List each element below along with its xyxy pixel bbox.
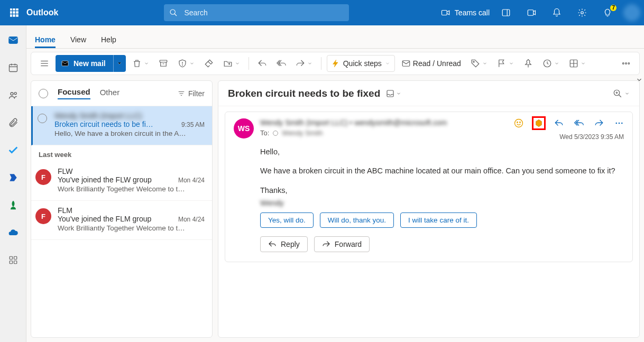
rail-people[interactable] [4,86,23,105]
tab-home[interactable]: Home [35,35,56,48]
item-avatar: F [35,208,51,224]
zoom-button[interactable] [613,89,630,98]
item-subject: You've joined the FLW group [58,175,152,184]
quick-steps-button[interactable]: Quick steps [327,55,395,72]
rail-calendar[interactable] [4,58,23,77]
message-card: WS Wendy Smith (Import LLC) • wendysmith… [225,112,633,262]
forward-icon [296,59,305,68]
reply-all-button[interactable] [273,55,289,72]
ribbon: New mail Quick steps Read / Unread [31,52,640,75]
reading-header: Broken circuit needs to be fixed [218,81,639,106]
suggested-replies: Yes, will do. Will do, thank you. I will… [260,212,624,228]
sweep-button[interactable] [201,55,217,72]
report-button[interactable] [174,55,198,72]
msg-reply-button[interactable] [552,116,566,130]
svg-rect-4 [13,12,15,13]
list-item[interactable]: F FLW You've joined the FLW group Mon 4/… [31,162,212,201]
tab-help[interactable]: Help [101,35,116,48]
reply-icon [268,240,277,248]
suggested-reply[interactable]: Yes, will do. [260,212,314,228]
new-mail-button[interactable]: New mail [56,55,113,72]
svg-rect-25 [10,261,12,264]
video-icon [441,8,450,17]
notifications-button[interactable] [548,4,566,22]
filter-button[interactable]: Filter [178,89,205,98]
delete-button[interactable] [129,55,152,72]
suite-header: Outlook Teams call 7 [0,0,644,25]
print-button[interactable] [566,55,589,72]
settings-button[interactable] [573,4,591,22]
archive-button[interactable] [155,55,171,72]
reply-all-icon [574,118,584,128]
svg-line-46 [619,95,621,97]
msg-reply-all-button[interactable] [572,116,586,130]
expand-ribbon-caret[interactable] [636,76,643,84]
rail-files[interactable] [4,113,23,132]
suggested-reply[interactable]: I will take care of it. [400,212,477,228]
list-item[interactable]: Wendy Smith (Import LLC) Broken circuit … [31,106,212,145]
filter-icon [178,90,185,97]
quick-steps-label: Quick steps [343,59,382,68]
reply-button[interactable] [254,55,270,72]
svg-rect-12 [502,10,510,16]
rail-onedrive[interactable] [4,223,23,242]
rail-bookings[interactable] [4,196,23,215]
teams-call-button[interactable]: Teams call [441,8,490,17]
select-all-toggle[interactable] [39,89,48,98]
tips-button[interactable]: 7 [599,4,617,22]
forward-action-button[interactable]: Forward [314,236,370,252]
flag-icon [497,59,507,68]
pin-button[interactable] [520,55,536,72]
msg-forward-button[interactable] [592,116,606,130]
message-toolbar [512,116,626,130]
move-button[interactable] [220,55,243,72]
suggested-reply[interactable]: Will do, thank you. [320,212,394,228]
conversation-settings-button[interactable] [385,89,401,98]
item-select-toggle[interactable] [38,114,47,123]
list-item[interactable]: F FLM You've joined the FLM group Mon 4/… [31,201,212,240]
field-service-addin-button[interactable] [532,116,546,130]
tag-icon [471,59,480,68]
search-box[interactable] [164,4,349,21]
account-avatar[interactable] [624,5,640,21]
yammer-icon [8,172,19,183]
meet-now-button[interactable] [522,4,540,22]
tab-view[interactable]: View [70,35,86,48]
snooze-button[interactable] [539,55,563,72]
pivot-tabs: Home View Help [26,25,644,49]
msg-more-button[interactable] [612,116,626,130]
my-day-button[interactable] [497,4,515,22]
chevron-down-icon [509,61,514,66]
tag-button[interactable] [467,55,491,72]
panel-icon [501,8,511,17]
item-subject: You've joined the FLM group [58,215,151,223]
flag-button[interactable] [494,55,517,72]
rail-more-apps[interactable] [4,251,23,270]
body-greeting: Hello, [260,146,624,158]
tab-focused[interactable]: Focused [58,87,90,99]
tab-other[interactable]: Other [100,88,120,99]
read-unread-button[interactable]: Read / Unread [398,55,464,72]
svg-rect-1 [13,8,15,10]
hamburger-button[interactable] [36,55,52,72]
calendar-icon [8,62,19,73]
new-mail-dropdown[interactable] [113,55,126,72]
svg-rect-44 [387,90,393,97]
body-signature: Wendy [260,197,284,209]
forward-button[interactable] [292,55,316,72]
teams-call-label: Teams call [455,8,490,17]
divider [321,57,321,70]
reply-action-button[interactable]: Reply [260,236,308,252]
rail-mail[interactable] [4,31,23,50]
svg-point-50 [515,119,523,127]
chevron-down-icon [624,91,630,96]
svg-point-51 [517,122,518,123]
react-button[interactable] [512,116,526,130]
rail-todo[interactable] [4,141,23,160]
reply-all-icon [277,59,286,68]
rail-yammer[interactable] [4,168,23,187]
svg-rect-24 [14,256,16,259]
more-commands-button[interactable] [618,55,634,72]
app-launcher-button[interactable] [5,4,23,22]
search-input[interactable] [183,8,344,17]
